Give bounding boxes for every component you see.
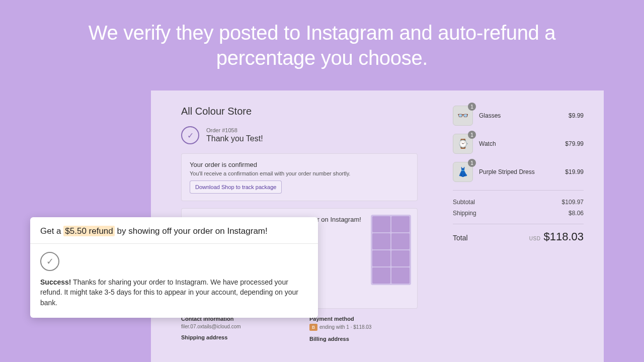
download-shop-button[interactable]: Download Shop to track package xyxy=(190,180,282,194)
qty-badge: 1 xyxy=(468,131,476,139)
product-thumb: ⌚1 xyxy=(453,134,473,154)
list-item: 👗1 Purple Striped Dress $19.99 xyxy=(453,162,584,182)
item-price: $19.99 xyxy=(565,168,584,175)
order-summary: 👓1 Glasses $9.99 ⌚1 Watch $79.99 👗1 Purp… xyxy=(433,90,604,362)
subtotal-value: $109.97 xyxy=(562,199,584,206)
subtotal-label: Subtotal xyxy=(453,199,475,206)
shipping-label: Shipping xyxy=(453,210,476,217)
check-icon: ✓ xyxy=(181,126,199,144)
item-price: $79.99 xyxy=(565,140,584,147)
product-thumb: 👗1 xyxy=(453,162,473,182)
thank-you-message: Thank you Test! xyxy=(206,134,263,143)
total-value: $118.03 xyxy=(543,230,584,243)
total-label: Total xyxy=(453,234,468,242)
card-brand-icon: B xyxy=(309,324,317,331)
confirm-body: You'll receive a confirmation email with… xyxy=(190,170,409,176)
currency-code: USD xyxy=(529,236,541,241)
popout-title: Get a $5.50 refund by showing off your o… xyxy=(30,217,318,244)
item-name: Glasses xyxy=(479,112,562,119)
promo-product-grid xyxy=(371,215,411,285)
success-check-icon: ✓ xyxy=(40,252,59,271)
shipping-value: $8.06 xyxy=(569,210,584,217)
order-confirmed-card: Your order is confirmed You'll receive a… xyxy=(181,153,418,201)
order-info-row: Contact information filer.07.oxtails@icl… xyxy=(181,316,418,344)
qty-badge: 1 xyxy=(468,159,476,167)
hero-headline: We verify they posted to Instagram and a… xyxy=(0,0,644,85)
refund-amount-highlight: $5.50 refund xyxy=(63,226,114,236)
payment-method-value: Bending with 1 · $118.03 xyxy=(309,324,418,331)
list-item: ⌚1 Watch $79.99 xyxy=(453,134,584,154)
thank-you-row: ✓ Order #1058 Thank you Test! xyxy=(181,126,418,144)
item-price: $9.99 xyxy=(569,112,584,119)
list-item: 👓1 Glasses $9.99 xyxy=(453,106,584,126)
success-message: Success! Thanks for sharing your order t… xyxy=(40,277,308,308)
product-thumb: 👓1 xyxy=(453,106,473,126)
contact-email: filer.07.oxtails@icloud.com xyxy=(181,324,289,329)
payment-method-heading: Payment method xyxy=(309,316,418,322)
confirm-title: Your order is confirmed xyxy=(190,161,409,168)
store-name: All Colour Store xyxy=(181,106,418,117)
billing-address-heading: Billing address xyxy=(309,336,418,342)
item-name: Purple Striped Dress xyxy=(479,168,559,175)
order-number: Order #1058 xyxy=(206,127,263,133)
refund-success-popout: Get a $5.50 refund by showing off your o… xyxy=(30,217,318,318)
qty-badge: 1 xyxy=(468,103,476,111)
item-name: Watch xyxy=(479,140,559,147)
shipping-address-heading: Shipping address xyxy=(181,334,289,340)
